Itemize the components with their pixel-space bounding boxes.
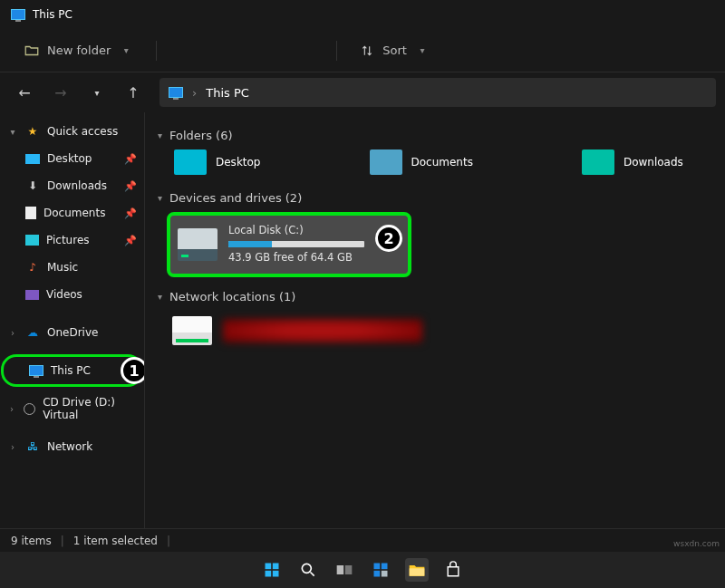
sidebar-cd-drive[interactable]: ›CD Drive (D:) Virtual (0, 395, 144, 422)
copy-button[interactable] (197, 43, 215, 59)
content-area: ▾ ★ Quick access Desktop📌 ⬇Downloads📌 Do… (0, 112, 725, 528)
drive-used-fill (228, 241, 272, 247)
sidebar-item-label: Documents (44, 207, 105, 219)
chevron-down-icon: ▾ (118, 43, 134, 59)
group-header-label: Folders (6) (169, 129, 233, 142)
video-icon (25, 290, 39, 300)
sidebar-item-label: CD Drive (D:) Virtual (43, 396, 137, 421)
taskbar-search-button[interactable] (296, 558, 320, 582)
sidebar-network[interactable]: ›🖧Network (0, 433, 144, 460)
new-folder-button[interactable]: New folder ▾ (14, 37, 143, 64)
svg-point-12 (302, 564, 311, 573)
nav-bar: ← → ▾ ↑ › This PC (0, 72, 725, 112)
folder-label: Documents (411, 156, 473, 169)
group-header-folders[interactable]: ▾Folders (6) (158, 129, 712, 142)
star-icon: ★ (25, 124, 40, 139)
sidebar-item-label: Pictures (46, 234, 90, 246)
group-header-network[interactable]: ▾Network locations (1) (158, 290, 712, 304)
folder-label: Downloads (624, 156, 683, 169)
taskbar-widgets-button[interactable] (369, 558, 392, 582)
title-bar: This PC (0, 0, 725, 29)
svg-rect-9 (273, 564, 279, 570)
taskbar-explorer-button[interactable] (405, 558, 429, 582)
back-button[interactable]: ← (9, 77, 40, 108)
drive-free-text: 43.9 GB free of 64.4 GB (228, 250, 364, 265)
new-folder-label: New folder (47, 43, 111, 57)
drive-info: Local Disk (C:) 43.9 GB free of 64.4 GB (228, 223, 364, 266)
chevron-right-icon: › (7, 442, 18, 452)
sidebar-item-desktop[interactable]: Desktop📌 (0, 145, 144, 172)
network-icon: 🖧 (25, 439, 40, 454)
this-pc-icon (169, 87, 183, 98)
svg-rect-17 (374, 571, 381, 577)
taskbar (0, 552, 725, 588)
status-bar: 9 items | 1 item selected | (0, 528, 725, 552)
group-header-label: Devices and drives (2) (169, 191, 302, 205)
chevron-down-icon: ▾ (158, 130, 162, 140)
forward-button[interactable]: → (45, 77, 76, 108)
sidebar-quick-access[interactable]: ▾ ★ Quick access (0, 118, 144, 145)
pin-icon: 📌 (124, 207, 137, 219)
sidebar-item-pictures[interactable]: Pictures📌 (0, 227, 144, 254)
status-item-count: 9 items (11, 535, 52, 547)
chevron-down-icon: ▾ (158, 292, 162, 302)
sidebar-item-label: Network (47, 440, 92, 453)
sidebar-item-documents[interactable]: Documents📌 (0, 199, 144, 227)
paste-button[interactable] (224, 43, 242, 59)
sidebar: ▾ ★ Quick access Desktop📌 ⬇Downloads📌 Do… (0, 112, 145, 528)
svg-rect-18 (382, 571, 388, 577)
document-icon (25, 207, 36, 219)
desktop-icon (25, 154, 40, 164)
pin-icon: 📌 (124, 153, 137, 165)
sidebar-this-pc[interactable]: ›This PC 1 (4, 357, 140, 384)
folder-item-downloads[interactable]: Downloads (582, 149, 683, 175)
cut-button[interactable] (169, 43, 188, 59)
sidebar-item-music[interactable]: ♪Music (0, 254, 144, 281)
share-button[interactable] (278, 43, 296, 59)
folder-item-desktop[interactable]: Desktop (174, 149, 261, 175)
recent-button[interactable]: ▾ (82, 77, 112, 108)
sidebar-onedrive[interactable]: ›☁OneDrive (0, 319, 144, 346)
annotation-badge-1: 1 (121, 357, 145, 384)
folders-row: Desktop Documents Downloads (174, 149, 712, 175)
window-title: This PC (33, 8, 72, 21)
sort-label: Sort (382, 43, 407, 57)
this-pc-icon (11, 9, 25, 20)
status-selected-count: 1 item selected (73, 535, 158, 547)
status-separator: | (167, 535, 170, 547)
toolbar: New folder ▾ Sort ▾ (0, 29, 725, 72)
sort-button[interactable]: Sort ▾ (350, 37, 440, 64)
folder-label: Desktop (216, 156, 261, 169)
rename-button[interactable] (251, 43, 269, 59)
svg-rect-15 (374, 564, 381, 570)
svg-rect-8 (266, 564, 272, 570)
taskbar-start-button[interactable] (260, 558, 284, 582)
taskbar-store-button[interactable] (441, 558, 465, 582)
annotation-badge-2: 2 (375, 225, 402, 252)
svg-rect-14 (345, 565, 353, 574)
new-folder-icon (24, 43, 40, 59)
cloud-icon: ☁ (25, 325, 40, 340)
sidebar-item-label: Music (47, 261, 78, 274)
sidebar-item-label: Videos (46, 288, 82, 301)
drive-item-local-c[interactable]: Local Disk (C:) 43.9 GB free of 64.4 GB … (167, 212, 411, 277)
address-bar[interactable]: › This PC (160, 78, 716, 107)
sidebar-item-downloads[interactable]: ⬇Downloads📌 (0, 172, 144, 199)
chevron-down-icon: ▾ (7, 127, 18, 137)
sidebar-item-videos[interactable]: Videos (0, 281, 144, 308)
drive-capacity-bar (228, 241, 364, 247)
status-separator: | (61, 535, 64, 547)
folder-item-documents[interactable]: Documents (370, 149, 473, 175)
pin-icon: 📌 (124, 180, 137, 192)
this-pc-icon (29, 365, 44, 376)
taskbar-taskview-button[interactable] (333, 558, 356, 582)
delete-button[interactable] (305, 43, 324, 59)
redacted-label (223, 319, 422, 342)
up-button[interactable]: ↑ (118, 77, 149, 108)
svg-rect-10 (266, 571, 272, 577)
address-sep: › (192, 86, 197, 100)
group-header-drives[interactable]: ▾Devices and drives (2) (158, 191, 712, 205)
sidebar-item-label: OneDrive (47, 326, 98, 339)
network-drive-item[interactable] (167, 311, 430, 351)
folder-icon (582, 149, 614, 175)
